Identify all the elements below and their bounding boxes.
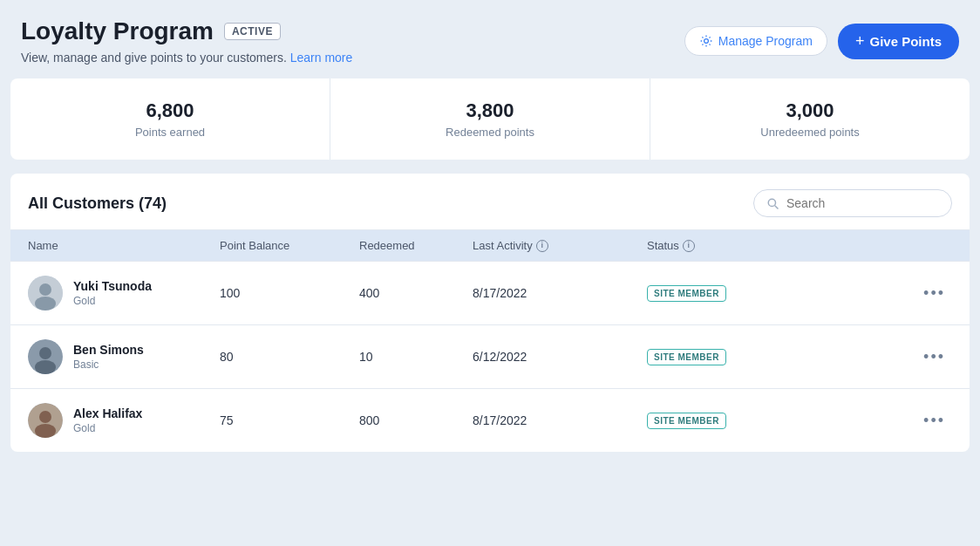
stat-unredeemed-points: 3,000 Unredeemed points <box>650 78 970 160</box>
avatar <box>28 403 63 438</box>
svg-point-1 <box>768 199 775 206</box>
svg-point-7 <box>39 347 51 359</box>
redeemed-value: 800 <box>359 413 473 427</box>
table-row: Ben Simons Basic 80 10 6/12/2022 SITE ME… <box>10 324 970 388</box>
more-options-button[interactable]: ••• <box>804 281 952 306</box>
redeemed-points-value: 3,800 <box>344 99 636 122</box>
title-row: Loyalty Program ACTIVE <box>21 17 352 45</box>
col-status: Status i <box>647 239 804 252</box>
customers-title: All Customers (74) <box>28 195 167 213</box>
header-left: Loyalty Program ACTIVE View, manage and … <box>21 17 352 65</box>
customers-header: All Customers (74) <box>10 174 970 229</box>
page-header: Loyalty Program ACTIVE View, manage and … <box>0 0 980 78</box>
last-activity-value: 8/17/2022 <box>473 286 647 300</box>
give-points-button[interactable]: + Give Points <box>838 24 959 59</box>
col-redeemed: Redeemed <box>359 239 473 252</box>
header-right: Manage Program + Give Points <box>684 24 959 59</box>
col-last-activity: Last Activity i <box>473 239 647 252</box>
svg-point-10 <box>39 411 51 423</box>
last-activity-info-icon: i <box>536 240 548 252</box>
stat-points-earned: 6,800 Points earned <box>10 78 330 160</box>
manage-program-button[interactable]: Manage Program <box>684 26 827 56</box>
table-header: Name Point Balance Redeemed Last Activit… <box>10 229 970 261</box>
last-activity-value: 6/12/2022 <box>473 350 647 364</box>
unredeemed-points-label: Unredeemed points <box>664 126 956 139</box>
points-earned-label: Points earned <box>24 126 316 139</box>
active-badge: ACTIVE <box>224 23 281 40</box>
status-info-icon: i <box>683 240 695 252</box>
more-options-button[interactable]: ••• <box>804 345 952 370</box>
customer-tier: Basic <box>73 358 144 371</box>
point-balance-value: 100 <box>220 286 359 300</box>
subtitle: View, manage and give points to your cus… <box>21 51 352 65</box>
stat-redeemed-points: 3,800 Redeemed points <box>330 78 650 160</box>
status-cell: SITE MEMBER <box>647 413 804 429</box>
avatar <box>28 339 63 374</box>
svg-point-11 <box>35 424 56 438</box>
points-earned-value: 6,800 <box>24 99 316 122</box>
table-row: Alex Halifax Gold 75 800 8/17/2022 SITE … <box>10 388 970 452</box>
customer-name: Ben Simons <box>73 343 144 357</box>
unredeemed-points-value: 3,000 <box>664 99 956 122</box>
customer-tier: Gold <box>73 295 152 307</box>
customer-tier: Gold <box>73 422 142 434</box>
svg-point-0 <box>704 39 708 44</box>
col-point-balance: Point Balance <box>220 239 359 252</box>
customer-cell: Ben Simons Basic <box>28 339 220 374</box>
customer-cell: Alex Halifax Gold <box>28 403 220 438</box>
table-row: Yuki Tsunoda Gold 100 400 8/17/2022 SITE… <box>10 261 970 324</box>
redeemed-value: 400 <box>359 286 473 300</box>
customer-name: Yuki Tsunoda <box>73 279 152 293</box>
redeemed-value: 10 <box>359 350 473 364</box>
search-icon <box>766 197 779 210</box>
point-balance-value: 80 <box>220 350 359 364</box>
svg-point-4 <box>39 283 51 296</box>
svg-point-5 <box>35 297 56 311</box>
gear-icon <box>699 34 713 48</box>
customer-name: Alex Halifax <box>73 406 142 420</box>
stats-card: 6,800 Points earned 3,800 Redeemed point… <box>10 78 970 160</box>
page-title: Loyalty Program <box>21 17 214 45</box>
status-badge: SITE MEMBER <box>647 413 726 429</box>
avatar <box>28 276 63 311</box>
learn-more-link[interactable]: Learn more <box>290 51 353 65</box>
search-box[interactable] <box>753 189 952 217</box>
col-name: Name <box>28 239 220 252</box>
status-cell: SITE MEMBER <box>647 349 804 365</box>
more-options-button[interactable]: ••• <box>804 408 952 433</box>
customers-section: All Customers (74) Name Point Balance Re… <box>10 174 970 452</box>
point-balance-value: 75 <box>220 413 359 427</box>
svg-line-2 <box>775 205 779 208</box>
plus-icon: + <box>855 32 865 51</box>
redeemed-points-label: Redeemed points <box>344 126 636 139</box>
status-badge: SITE MEMBER <box>647 285 726 302</box>
status-cell: SITE MEMBER <box>647 285 804 302</box>
search-input[interactable] <box>786 196 939 210</box>
last-activity-value: 8/17/2022 <box>473 413 647 427</box>
svg-point-8 <box>35 360 56 374</box>
customer-cell: Yuki Tsunoda Gold <box>28 276 220 311</box>
status-badge: SITE MEMBER <box>647 349 726 365</box>
